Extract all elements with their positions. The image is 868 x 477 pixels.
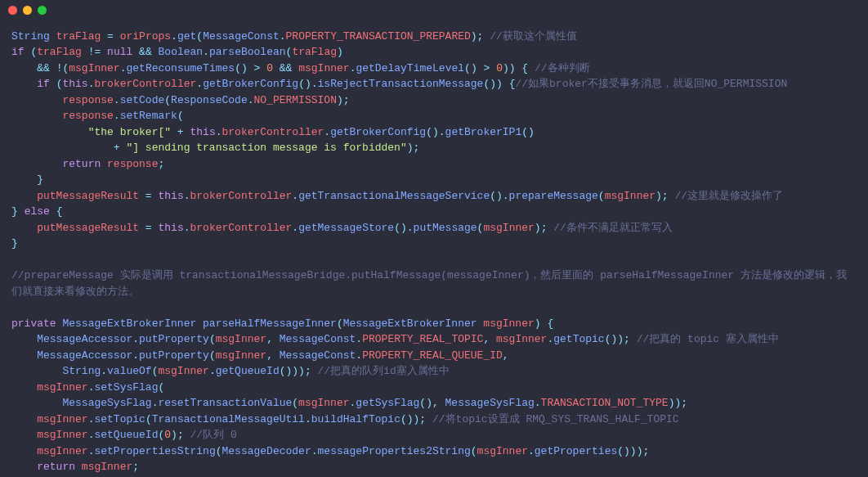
code-token [50, 30, 56, 43]
code-line[interactable]: msgInner.setTopic(TransactionalMessageUt… [11, 412, 857, 428]
code-token: setSysFlag [94, 381, 158, 394]
code-token [132, 46, 139, 58]
minimize-icon[interactable] [23, 6, 32, 15]
code-token: + [177, 126, 184, 138]
code-token: . [171, 30, 177, 43]
code-token [101, 30, 107, 43]
code-line[interactable]: msgInner.setQueueId(0); //队列 0 [11, 427, 857, 443]
code-token: setRemark [120, 110, 177, 122]
code-token [528, 62, 535, 74]
code-token: isRejectTransactionMessage [318, 78, 484, 90]
code-token: msgInner [216, 349, 266, 362]
code-editor[interactable]: String traFlag = oriProps.get(MessageCon… [0, 20, 868, 477]
code-token: ( [209, 333, 216, 345]
maximize-icon[interactable] [38, 6, 47, 15]
code-token: != [88, 46, 101, 58]
code-line[interactable]: + "] sending transaction message is forb… [11, 140, 857, 156]
code-token: //获取这个属性值 [490, 30, 577, 43]
code-token: PROPERTY_REAL_TOPIC [362, 333, 483, 345]
code-token [426, 413, 432, 425]
code-token: 0 [164, 429, 171, 441]
code-token [101, 46, 107, 58]
code-line[interactable] [11, 299, 857, 316]
code-token: oriProps [120, 30, 171, 43]
code-token: ResponseCode [171, 94, 248, 106]
code-token: "the broker[" [88, 126, 171, 138]
code-token: msgInner [37, 413, 87, 425]
code-token: . [292, 222, 298, 234]
code-token: getBrokerConfig [330, 126, 426, 138]
code-token: String [11, 30, 50, 43]
code-token: ( [209, 349, 216, 362]
code-line[interactable]: MessageAccessor.putProperty(msgInner, Me… [11, 348, 857, 364]
code-token: && [139, 46, 152, 58]
code-token [11, 158, 62, 170]
code-line[interactable]: } [11, 172, 857, 188]
code-token: () [521, 126, 535, 138]
code-line[interactable]: "the broker[" + this.brokerController.ge… [11, 124, 857, 141]
code-line[interactable]: putMessageResult = this.brokerController… [11, 188, 857, 205]
titlebar [0, 0, 868, 20]
code-token: ) [535, 317, 541, 330]
code-token: . [184, 190, 190, 202]
code-line[interactable]: private MessageExtBrokerInner parseHalfM… [11, 316, 857, 332]
code-token: response [62, 110, 113, 122]
code-token: && [37, 62, 50, 74]
code-token: putProperty [139, 349, 209, 362]
code-token [139, 190, 145, 202]
code-token: getMessageStore [298, 222, 394, 234]
code-line[interactable]: putMessageResult = this.brokerController… [11, 220, 857, 236]
code-line[interactable]: response.setRemark( [11, 108, 857, 124]
code-token: setQueueId [94, 429, 158, 441]
code-token: MessageDecoder [222, 445, 311, 457]
code-token: . [305, 413, 311, 425]
code-line[interactable]: if (this.brokerController.getBrokerConfi… [11, 76, 857, 92]
code-line[interactable]: msgInner.setSysFlag( [11, 380, 857, 396]
code-token: . [101, 365, 107, 377]
code-token: ( [196, 30, 203, 43]
code-line[interactable]: MessageSysFlag.resetTransactionValue(msg… [11, 395, 857, 412]
code-token: brokerController [190, 222, 293, 234]
code-token: ( [471, 445, 477, 457]
code-line[interactable]: } else { [11, 204, 857, 220]
code-token [503, 78, 509, 90]
code-line[interactable] [11, 252, 857, 268]
code-token: msgInner [82, 461, 132, 473]
code-token: //这里就是修改操作了 [674, 190, 783, 202]
code-token [11, 142, 114, 154]
code-token: . [132, 349, 139, 362]
code-token: return [37, 461, 75, 473]
code-line[interactable]: String.valueOf(msgInner.getQueueId())); … [11, 363, 857, 380]
code-token: this [190, 126, 215, 138]
close-icon[interactable] [8, 6, 17, 15]
code-token: . [248, 94, 254, 106]
code-token: ; [132, 461, 139, 473]
code-line[interactable]: msgInner.setPropertiesString(MessageDeco… [11, 443, 857, 460]
code-token: = [145, 222, 152, 234]
code-line[interactable]: String traFlag = oriProps.get(MessageCon… [11, 29, 857, 45]
code-token: (), [419, 397, 445, 409]
code-token [11, 333, 37, 345]
code-token: //条件不满足就正常写入 [553, 222, 673, 234]
code-token [260, 62, 266, 74]
code-line[interactable]: && !(msgInner.getReconsumeTimes() > 0 &&… [11, 61, 857, 77]
code-token [11, 381, 37, 394]
code-token: } [37, 173, 43, 186]
code-token: msgInner [216, 333, 266, 345]
code-line[interactable]: if (traFlag != null && Boolean.parseBool… [11, 44, 857, 61]
code-line[interactable]: return response; [11, 156, 857, 173]
code-token: ( [292, 397, 298, 409]
code-line[interactable]: return msgInner; [11, 459, 857, 475]
code-token: ( [598, 190, 605, 202]
code-line[interactable]: } [11, 236, 857, 252]
code-line[interactable]: MessageAccessor.putProperty(msgInner, Me… [11, 331, 857, 348]
code-token [11, 94, 62, 106]
code-token: ())); [280, 365, 311, 377]
code-line[interactable]: //prepareMessage 实际是调用 transactionalMess… [11, 268, 857, 299]
code-token: MessageExtBrokerInner [62, 317, 196, 330]
code-token [11, 397, 62, 409]
code-line[interactable]: response.setCode(ResponseCode.NO_PERMISS… [11, 92, 857, 109]
code-token: . [311, 445, 318, 457]
code-token [11, 78, 37, 90]
code-token: = [145, 190, 152, 202]
